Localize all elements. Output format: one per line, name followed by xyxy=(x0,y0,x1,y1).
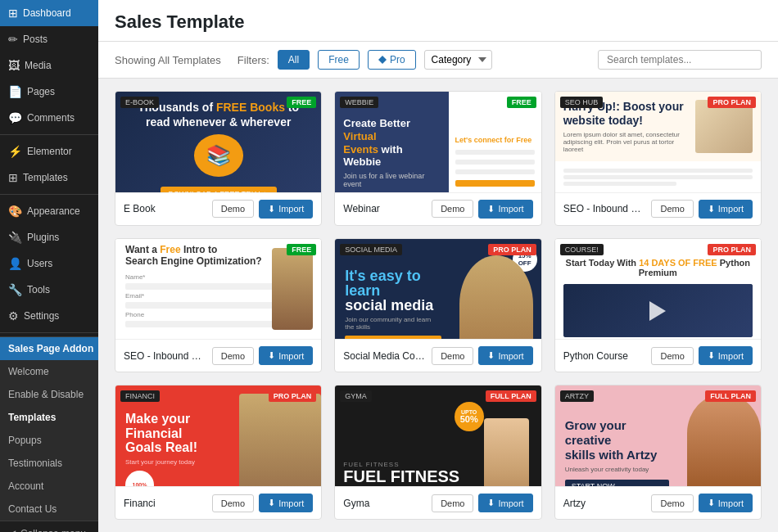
ebook-name: E Book xyxy=(124,203,207,214)
template-preview-seo2: FREE Want a Free Intro toSearch Engine O… xyxy=(115,239,321,340)
artzy-category: ARTZY xyxy=(560,390,594,402)
sidebar-item-templates-main[interactable]: ⊞ Templates xyxy=(0,165,98,191)
sidebar: ⊞ Dashboard ✏ Posts 🖼 Media 📄 Pages 💬 Co… xyxy=(0,0,98,532)
social-badge: PRO PLAN xyxy=(488,244,536,255)
template-card-artzy: ARTZY FULL PLAN Grow your creativeskills… xyxy=(554,385,762,520)
sidebar-item-media[interactable]: 🖼 Media xyxy=(0,52,98,79)
ebook-demo-button[interactable]: Demo xyxy=(212,200,254,218)
elementor-icon: ⚡ xyxy=(8,145,22,158)
seo1-import-button[interactable]: ⬇ Import xyxy=(699,200,753,219)
main-content: Sales Template Showing All Templates Fil… xyxy=(98,0,778,532)
gym-import-button[interactable]: ⬇ Import xyxy=(478,494,532,512)
template-preview-gym: GYMA FULL PLAN UPTO 50% Fuel Fitness FUE… xyxy=(335,385,541,486)
comments-icon: 💬 xyxy=(8,111,22,124)
seo1-demo-button[interactable]: Demo xyxy=(651,200,693,218)
sidebar-item-testimonials[interactable]: Testimonials xyxy=(0,452,98,475)
finance-demo-button[interactable]: Demo xyxy=(212,494,254,512)
sidebar-item-account[interactable]: Account xyxy=(0,475,98,498)
sidebar-item-enable-disable[interactable]: Enable & Disable xyxy=(0,383,98,406)
webinar-footer: Webinar Demo ⬇ Import xyxy=(335,192,541,225)
import-icon-ebook: ⬇ xyxy=(268,204,275,214)
sidebar-item-plugins[interactable]: 🔌 Plugins xyxy=(0,224,98,250)
webinar-import-button[interactable]: ⬇ Import xyxy=(478,200,532,219)
import-icon-gym: ⬇ xyxy=(487,498,495,508)
media-icon: 🖼 xyxy=(8,59,20,72)
finance-import-button[interactable]: ⬇ Import xyxy=(259,494,313,512)
sidebar-item-tools[interactable]: 🔧 Tools xyxy=(0,277,98,303)
svg-marker-0 xyxy=(378,56,387,64)
dashboard-icon: ⊞ xyxy=(8,7,18,20)
template-preview-finance: FINANCI PRO PLAN Make yourFinancialGoals… xyxy=(115,385,321,486)
seo1-name: SEO - Inbound Mark... xyxy=(563,203,647,214)
webinar-badge: FREE xyxy=(507,97,536,108)
template-card-ebook: E-BOOK FREE Thousands of FREE Books tore… xyxy=(115,91,322,226)
page-header: Sales Template xyxy=(98,0,778,42)
template-card-webinar: WEBBIE FREE Create Better VirtualEvents … xyxy=(334,91,541,226)
filters-label: Filters: xyxy=(237,54,269,66)
seo2-footer: SEO - Inbound Mark... Demo ⬇ Import xyxy=(115,339,321,372)
social-import-button[interactable]: ⬇ Import xyxy=(478,346,532,365)
gym-footer: Gyma Demo ⬇ Import xyxy=(335,486,541,519)
sidebar-item-posts[interactable]: ✏ Posts xyxy=(0,26,98,52)
finance-footer: Financi Demo ⬇ Import xyxy=(115,486,321,519)
social-name: Social Media Course xyxy=(343,350,427,362)
template-preview-ebook: E-BOOK FREE Thousands of FREE Books tore… xyxy=(115,92,321,192)
sidebar-item-elementor[interactable]: ⚡ Elementor xyxy=(0,138,98,165)
social-demo-button[interactable]: Demo xyxy=(432,347,473,365)
webinar-demo-button[interactable]: Demo xyxy=(432,200,473,218)
python-import-button[interactable]: ⬇ Import xyxy=(699,346,753,365)
python-demo-button[interactable]: Demo xyxy=(651,347,693,365)
artzy-demo-button[interactable]: Demo xyxy=(651,494,693,512)
python-name: Python Course xyxy=(563,350,647,362)
finance-badge: PRO PLAN xyxy=(269,390,317,402)
collapse-menu-button[interactable]: ◀ Collapse menu xyxy=(0,521,98,532)
seo1-category: SEO HUB xyxy=(560,97,604,108)
tools-icon: 🔧 xyxy=(8,283,22,296)
template-preview-social: SOCIAL MEDIA PRO PLAN It's easy to learn… xyxy=(335,239,541,340)
ebook-badge: FREE xyxy=(287,97,316,108)
template-card-finance: FINANCI PRO PLAN Make yourFinancialGoals… xyxy=(115,385,322,520)
seo1-badge: PRO PLAN xyxy=(708,97,756,108)
sidebar-item-settings[interactable]: ⚙ Settings xyxy=(0,303,98,329)
filter-free-button[interactable]: Free xyxy=(318,50,360,70)
sidebar-item-templates-addon[interactable]: Templates xyxy=(0,406,98,429)
finance-name: Financi xyxy=(124,498,207,509)
posts-icon: ✏ xyxy=(8,33,18,46)
filter-bar: Showing All Templates Filters: All Free … xyxy=(98,42,778,79)
import-icon-python: ⬇ xyxy=(708,350,715,361)
filter-all-button[interactable]: All xyxy=(278,50,310,70)
users-icon: 👤 xyxy=(8,257,22,270)
seo2-import-button[interactable]: ⬇ Import xyxy=(259,346,313,365)
social-footer: Social Media Course Demo ⬇ Import xyxy=(335,339,541,372)
gym-demo-button[interactable]: Demo xyxy=(432,494,473,512)
python-badge: PRO PLAN xyxy=(708,244,756,255)
page-title: Sales Template xyxy=(115,11,762,33)
sidebar-item-comments[interactable]: 💬 Comments xyxy=(0,105,98,131)
ebook-import-button[interactable]: ⬇ Import xyxy=(259,200,313,219)
seo2-badge: FREE xyxy=(287,244,316,255)
sidebar-item-popups[interactable]: Popups xyxy=(0,429,98,452)
sidebar-item-users[interactable]: 👤 Users xyxy=(0,250,98,277)
sidebar-item-appearance[interactable]: 🎨 Appearance xyxy=(0,198,98,224)
template-preview-python: COURSE! PRO PLAN Start Today With 14 DAY… xyxy=(555,239,761,340)
template-card-python: COURSE! PRO PLAN Start Today With 14 DAY… xyxy=(554,238,762,373)
category-filter-select[interactable]: Category xyxy=(424,50,492,70)
artzy-badge: FULL PLAN xyxy=(705,390,756,402)
import-icon-finance: ⬇ xyxy=(268,498,275,508)
sidebar-item-welcome[interactable]: Welcome xyxy=(0,360,98,383)
artzy-footer: Artzy Demo ⬇ Import xyxy=(555,486,761,519)
sidebar-item-dashboard[interactable]: ⊞ Dashboard xyxy=(0,0,98,26)
sidebar-item-pages[interactable]: 📄 Pages xyxy=(0,79,98,105)
import-icon-seo1: ⬇ xyxy=(708,204,715,214)
artzy-import-button[interactable]: ⬇ Import xyxy=(699,494,753,512)
settings-icon: ⚙ xyxy=(8,309,19,322)
import-icon-social: ⬇ xyxy=(487,350,495,361)
filter-pro-button[interactable]: Pro xyxy=(368,50,416,70)
seo2-demo-button[interactable]: Demo xyxy=(212,347,254,365)
template-card-social: SOCIAL MEDIA PRO PLAN It's easy to learn… xyxy=(334,238,541,373)
sidebar-item-contact-us[interactable]: Contact Us xyxy=(0,498,98,521)
search-input[interactable] xyxy=(598,50,762,70)
template-card-gym: GYMA FULL PLAN UPTO 50% Fuel Fitness FUE… xyxy=(334,385,541,520)
template-card-seo2: FREE Want a Free Intro toSearch Engine O… xyxy=(115,238,322,373)
finance-category: FINANCI xyxy=(120,390,160,402)
